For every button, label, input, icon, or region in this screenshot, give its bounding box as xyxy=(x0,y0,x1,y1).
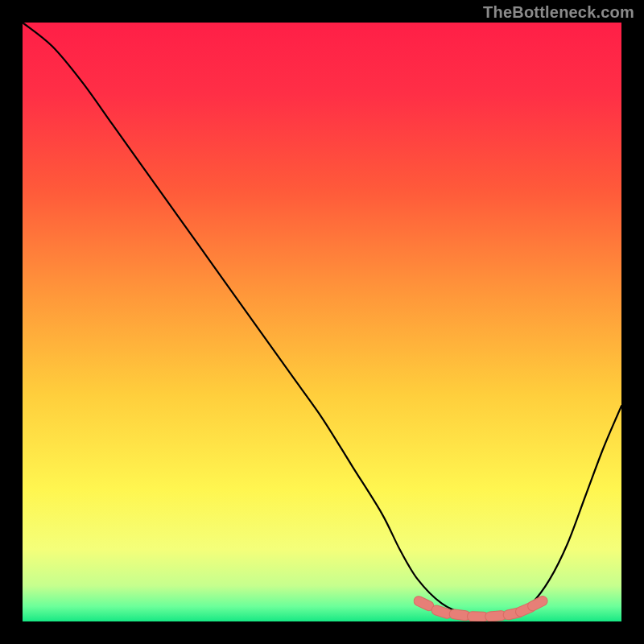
optimal-range-markers xyxy=(412,594,549,621)
plot-area xyxy=(23,23,621,621)
chart-frame: TheBottleneck.com xyxy=(0,0,644,644)
watermark-text: TheBottleneck.com xyxy=(483,3,634,22)
curve-layer xyxy=(23,23,621,621)
bottleneck-curve xyxy=(23,23,621,617)
